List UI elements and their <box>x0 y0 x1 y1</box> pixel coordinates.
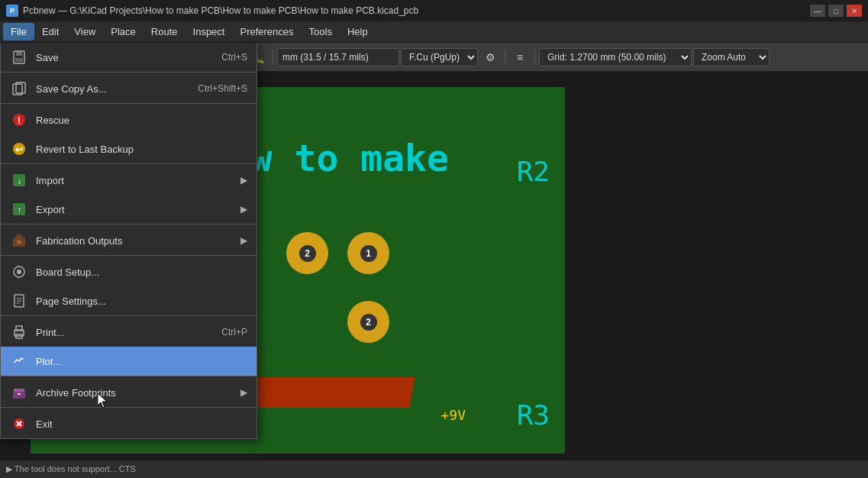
board-setup-label: Board Setup... <box>36 266 247 278</box>
save-shortcut: Ctrl+S <box>221 52 247 63</box>
exit-icon <box>10 415 28 433</box>
pcb-small-pad-2: 1 <box>347 232 389 274</box>
board-setup-icon <box>10 263 28 281</box>
rescue-label: Rescue <box>36 115 247 126</box>
svg-rect-2 <box>15 58 23 62</box>
fab-icon <box>10 231 28 250</box>
toolbar-separator-3 <box>273 50 273 65</box>
import-icon: ↓ <box>10 171 28 189</box>
menu-item-save[interactable]: Save Ctrl+S <box>1 43 257 73</box>
plot-icon <box>10 352 28 370</box>
save-copy-icon <box>10 79 28 98</box>
toggle-button[interactable]: ≡ <box>509 47 531 68</box>
minimize-button[interactable]: — <box>810 5 825 17</box>
import-label: Import <box>36 175 240 186</box>
menu-item-save-copy-as[interactable]: Save Copy As... Ctrl+Shift+S <box>1 74 257 104</box>
menu-item-fab-outputs[interactable]: Fabrication Outputs ▶ <box>1 226 257 256</box>
svg-point-15 <box>17 240 21 244</box>
menu-item-plot[interactable]: Plot... <box>1 347 257 376</box>
toolbar-separator-5 <box>534 50 535 65</box>
archive-arrow: ▶ <box>240 387 247 398</box>
coordinate-input[interactable] <box>277 48 399 66</box>
menu-item-exit[interactable]: Exit <box>1 409 257 438</box>
menu-item-import[interactable]: ↓ Import ▶ <box>1 166 257 195</box>
menu-item-page-settings[interactable]: Page Settings... <box>1 286 257 316</box>
archive-icon <box>10 383 28 402</box>
menu-item-revert[interactable]: ↩ Revert to Last Backup <box>1 134 257 164</box>
revert-icon: ↩ <box>10 140 28 158</box>
menu-edit[interactable]: Edit <box>34 23 66 40</box>
svg-rect-27 <box>14 389 24 392</box>
menu-item-export[interactable]: ↑ Export ▶ <box>1 195 257 224</box>
svg-point-17 <box>17 270 21 274</box>
app-icon: P <box>6 5 18 17</box>
svg-rect-1 <box>16 51 22 56</box>
save-icon <box>10 48 28 66</box>
menu-preferences[interactable]: Preferences <box>232 23 301 40</box>
menu-item-rescue[interactable]: ! Rescue <box>1 105 257 134</box>
export-label: Export <box>36 204 240 215</box>
menu-inspect[interactable]: Inspect <box>186 23 233 40</box>
menu-help[interactable]: Help <box>340 23 376 40</box>
layer-select[interactable]: F.Cu (PgUp) <box>401 48 478 66</box>
statusbar: ▶ The tool does not support... CTS <box>0 460 868 478</box>
file-menu-dropdown: Save Ctrl+S Save Copy As... Ctrl+Shift+S… <box>0 43 257 439</box>
plot-label: Plot... <box>36 356 247 367</box>
rescue-icon: ! <box>10 111 28 129</box>
svg-rect-14 <box>16 234 22 239</box>
page-settings-icon <box>10 292 28 310</box>
pcb-small-pad-1: 2 <box>286 232 328 274</box>
grid-select[interactable]: Grid: 1.2700 mm (50.00 mils) <box>539 48 692 66</box>
pcb-r3-label: R3 <box>517 399 550 431</box>
menu-item-print[interactable]: Print... Ctrl+P <box>1 318 257 347</box>
print-icon <box>10 323 28 341</box>
menu-item-board-setup[interactable]: Board Setup... <box>1 257 257 286</box>
svg-text:↑: ↑ <box>17 205 21 215</box>
menu-view[interactable]: View <box>66 23 103 40</box>
toolbar-separator-4 <box>505 50 505 65</box>
maximize-button[interactable]: □ <box>828 5 844 17</box>
archive-label: Archive Footprints <box>36 387 240 399</box>
fab-arrow: ▶ <box>240 235 247 246</box>
window-title: Pcbnew — G:\KiCad Projects\How to make P… <box>23 5 810 16</box>
window-controls: — □ ✕ <box>810 5 862 17</box>
close-button[interactable]: ✕ <box>847 5 862 17</box>
print-shortcut: Ctrl+P <box>221 327 247 338</box>
fab-outputs-label: Fabrication Outputs <box>36 235 240 247</box>
status-text: ▶ The tool does not support... CTS <box>6 464 136 474</box>
svg-rect-26 <box>13 391 25 399</box>
export-icon: ↑ <box>10 200 28 218</box>
layer-settings-button[interactable]: ⚙ <box>479 47 501 68</box>
save-copy-shortcut: Ctrl+Shift+S <box>198 83 247 94</box>
menu-route[interactable]: Route <box>144 23 186 40</box>
menu-tools[interactable]: Tools <box>302 23 340 40</box>
svg-text:↩: ↩ <box>15 144 23 155</box>
pcb-r2-label: R2 <box>517 156 550 187</box>
menubar: File Edit View Place Route Inspect Prefe… <box>0 21 868 43</box>
svg-text:↓: ↓ <box>17 176 21 186</box>
print-label: Print... <box>36 327 206 338</box>
pcb-small-pad-3: 2 <box>347 301 389 343</box>
save-copy-label: Save Copy As... <box>36 83 182 95</box>
save-label: Save <box>36 52 206 63</box>
menu-place[interactable]: Place <box>103 23 144 40</box>
export-arrow: ▶ <box>240 204 247 215</box>
zoom-mode-select[interactable]: Zoom Auto <box>693 48 770 66</box>
menu-file[interactable]: File <box>3 23 34 40</box>
pcb-voltage-label: +9V <box>440 407 466 423</box>
exit-label: Exit <box>36 418 247 430</box>
import-arrow: ▶ <box>240 175 247 186</box>
menu-item-archive[interactable]: Archive Footprints ▶ <box>1 378 257 408</box>
titlebar: P Pcbnew — G:\KiCad Projects\How to make… <box>0 0 868 21</box>
svg-text:!: ! <box>18 115 21 126</box>
page-settings-label: Page Settings... <box>36 296 247 307</box>
revert-label: Revert to Last Backup <box>36 144 247 155</box>
